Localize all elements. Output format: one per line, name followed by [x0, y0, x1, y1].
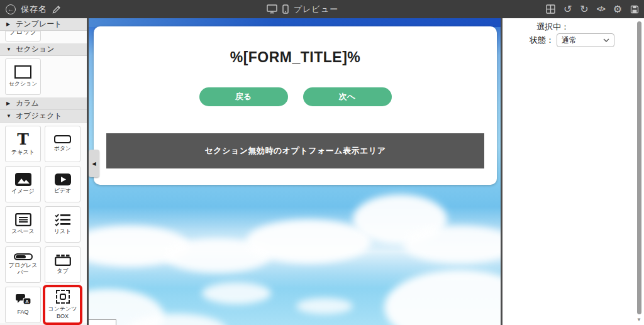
- optform-placeholder-text: セクション無効時のオプトフォーム表示エリア: [204, 145, 386, 157]
- sidebar-section-template[interactable]: ▶ テンプレート: [0, 18, 87, 31]
- inspector-panel: 選択中： 状態： 通常: [502, 18, 644, 325]
- item-label: ブロック: [9, 31, 37, 36]
- faq-bubbles-icon: A: [15, 294, 31, 307]
- video-play-icon: [55, 174, 71, 185]
- form-preview-card: %[FORM_TITLE]% 戻る 次へ セクション無効時のオプトフォーム表示エ…: [94, 26, 497, 185]
- sidebar-item-section[interactable]: セクション: [5, 58, 41, 95]
- sidebar-item-space[interactable]: スペース: [5, 206, 41, 243]
- text-icon: T: [17, 131, 29, 147]
- section-icon: [14, 65, 31, 79]
- chevron-down-icon: [603, 38, 609, 42]
- form-back-button[interactable]: 戻る: [199, 87, 288, 106]
- sidebar-item-video[interactable]: ビデオ: [45, 166, 80, 202]
- progress-bar-icon: [14, 253, 33, 260]
- form-next-button[interactable]: 次へ: [303, 87, 392, 106]
- state-dropdown[interactable]: 通常: [557, 33, 614, 47]
- svg-text:A: A: [25, 299, 29, 304]
- sidebar-item-list[interactable]: リスト: [45, 206, 80, 243]
- sidebar-item-faq[interactable]: A FAQ: [5, 287, 41, 323]
- sidebar-item-block-clipped[interactable]: ブロック: [5, 31, 41, 41]
- sidebar-section-object[interactable]: ▼ オブジェクト: [0, 110, 87, 123]
- sidebar-item-contentbox[interactable]: コンテンツ BOX: [45, 287, 80, 323]
- sidebar-item-image[interactable]: イメージ: [5, 166, 41, 202]
- preview-label: プレビュー: [294, 4, 338, 15]
- edit-pencil-icon[interactable]: [52, 5, 61, 14]
- desktop-preview-icon[interactable]: [267, 4, 277, 14]
- sidebar-item-button[interactable]: ボタン: [45, 126, 80, 162]
- sidebar-item-progressbar[interactable]: プログレス バー: [5, 246, 41, 283]
- item-label: セクション: [8, 80, 37, 87]
- layout-grid-icon[interactable]: [546, 4, 555, 14]
- selected-label: 選択中：: [502, 21, 603, 33]
- sidebar-collapse-handle[interactable]: ◀: [89, 150, 99, 177]
- chevron-down-icon: ▼: [6, 113, 11, 119]
- topbar: ← 保存名 プレビュー ↺ ↻ </> ⚙: [0, 0, 644, 18]
- code-icon[interactable]: </>: [597, 6, 605, 13]
- button-icon: [54, 135, 71, 143]
- save-icon[interactable]: [630, 5, 639, 14]
- sidebar-section-section[interactable]: ▼ セクション: [0, 43, 87, 56]
- space-icon: [15, 213, 31, 226]
- redo-icon[interactable]: ↻: [580, 4, 588, 14]
- state-dropdown-value: 通常: [562, 35, 577, 46]
- section-label: カラム: [16, 98, 39, 109]
- checklist-icon: [55, 213, 71, 226]
- tabs-icon: [55, 254, 71, 266]
- optform-placeholder-area[interactable]: セクション無効時のオプトフォーム表示エリア: [106, 133, 484, 168]
- horizontal-scrollbar-stub[interactable]: [89, 319, 116, 325]
- sidebar: ▶ テンプレート ブロック ▼ セクション セクション ▶ カラム ▼ オブジェ…: [0, 18, 87, 325]
- content-box-icon: [56, 290, 70, 304]
- section-label: オブジェクト: [16, 111, 62, 121]
- chevron-right-icon: ▶: [6, 101, 11, 106]
- sidebar-item-tab[interactable]: タブ: [45, 246, 80, 283]
- mobile-preview-icon[interactable]: [282, 4, 289, 14]
- image-icon: [15, 173, 31, 186]
- sidebar-item-text[interactable]: T テキスト: [5, 126, 41, 162]
- undo-icon[interactable]: ↺: [564, 4, 572, 14]
- sidebar-section-column[interactable]: ▶ カラム: [0, 97, 87, 110]
- chevron-down-icon: ▼: [6, 47, 11, 52]
- section-label: テンプレート: [16, 19, 62, 30]
- save-name-label: 保存名: [21, 4, 47, 15]
- collapse-left-icon: ◀: [92, 161, 96, 167]
- state-label: 状態：: [502, 35, 554, 46]
- vertical-scrollbar-thumb[interactable]: [637, 21, 641, 314]
- section-label: セクション: [16, 44, 54, 55]
- chevron-right-icon: ▶: [6, 21, 11, 27]
- gear-icon[interactable]: ⚙: [613, 4, 622, 14]
- object-grid: T テキスト ボタン イメージ ビデオ スペース: [0, 123, 87, 323]
- scrollbar-down-arrow[interactable]: ▼: [636, 317, 643, 323]
- form-title-placeholder[interactable]: %[FORM_TITLE]%: [94, 49, 497, 66]
- back-icon[interactable]: ←: [6, 4, 16, 14]
- editor-canvas: %[FORM_TITLE]% 戻る 次へ セクション無効時のオプトフォーム表示エ…: [89, 18, 501, 325]
